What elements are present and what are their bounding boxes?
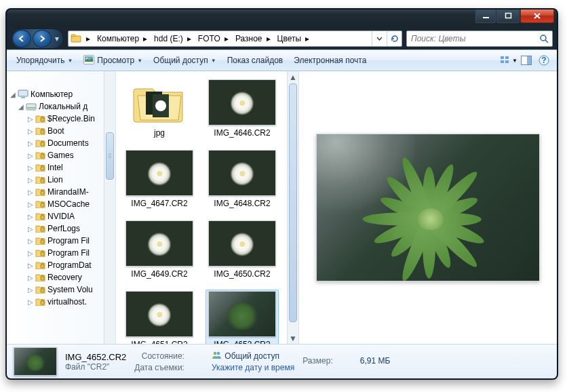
filepane-scrollthumb[interactable] [289,83,297,322]
file-item[interactable]: jpg [123,78,196,139]
address-dropdown[interactable] [372,31,387,46]
nav-row: ▾ ▸Компьютер▸hdd (E:)▸FOTO▸Разное▸Цветы▸ [7,28,557,50]
nav-pane: ◢Компьютер◢Локальный д▷$Recycle.Bin▷Boot… [7,71,116,344]
details-pane: IMG_4652.CR2 Файл "CR2" Состояние: Общий… [7,344,557,378]
file-item[interactable]: IMG_4646.CR2 [206,78,279,139]
tree-item[interactable]: ▷Boot [7,125,115,137]
navpane-scrollbar[interactable] [104,71,115,344]
close-button[interactable] [520,9,554,23]
breadcrumb-item[interactable]: hdd (E:) [150,31,184,46]
breadcrumb-item[interactable]: Разное [231,31,264,46]
breadcrumb-item[interactable]: FOTO [194,31,222,46]
status-date-value[interactable]: Укажите дату и время [212,363,294,372]
svg-rect-24 [41,155,44,158]
svg-rect-32 [41,252,44,256]
tree-item[interactable]: ▷Lion [7,174,115,186]
address-refresh-button[interactable] [387,31,402,46]
tree-item[interactable]: ▷System Volu [7,283,115,296]
share-menu[interactable]: Общий доступ▼ [148,52,222,68]
file-item[interactable]: IMG_4650.CR2 [206,219,279,280]
maximize-button[interactable] [496,9,520,23]
preview-pane-button[interactable] [517,52,535,68]
file-item[interactable]: IMG_4652.CR2 [206,290,279,344]
folder-icon [35,286,45,294]
tree-computer[interactable]: ◢Компьютер [7,88,115,100]
email-button[interactable]: Электронная почта [288,52,372,68]
image-thumbnail [125,220,193,267]
svg-rect-10 [505,56,509,59]
filepane-scrollbar[interactable]: ▲ ▼ [287,71,298,344]
svg-rect-17 [18,90,28,96]
history-dropdown[interactable]: ▾ [52,30,62,47]
forward-button[interactable] [33,30,52,47]
breadcrumb-chevron[interactable]: ▸ [264,34,273,43]
file-item[interactable]: IMG_4647.CR2 [123,149,196,210]
svg-rect-34 [41,277,44,280]
back-button[interactable] [12,30,31,47]
svg-rect-25 [41,167,44,170]
breadcrumb-item[interactable]: Цветы [273,31,303,46]
tree-item[interactable]: ▷ProgramDat [7,259,115,271]
folder-icon [125,79,193,125]
breadcrumb: ▸Компьютер▸hdd (E:)▸FOTO▸Разное▸Цветы▸ [83,31,372,46]
svg-rect-23 [41,142,44,146]
svg-point-8 [86,57,88,59]
breadcrumb-chevron[interactable]: ▸ [83,34,93,43]
search-input[interactable] [407,34,536,43]
folder-icon [35,298,45,306]
minimize-button[interactable] [475,9,496,23]
share-label: Общий доступ [153,56,208,65]
svg-rect-36 [41,301,44,305]
navpane-scrollthumb[interactable] [106,132,114,180]
help-button[interactable]: ? [535,52,553,68]
folder-icon [35,224,45,233]
svg-rect-12 [505,60,509,63]
file-item[interactable]: IMG_4649.CR2 [123,219,196,280]
svg-rect-20 [27,107,35,109]
breadcrumb-chevron[interactable]: ▸ [184,34,194,43]
scroll-up-button[interactable]: ▲ [288,71,298,83]
tree-item[interactable]: ▷MirandaIM- [7,186,115,198]
tree-item[interactable]: ▷PerfLogs [7,222,115,235]
folder-icon [35,237,45,245]
scroll-down-button[interactable]: ▼ [288,332,298,344]
email-label: Электронная почта [294,56,366,65]
tree-item[interactable]: ▷Program Fil [7,247,115,259]
preview-menu[interactable]: Просмотр▼ [78,52,148,68]
tree-item[interactable]: ▷Program Fil [7,235,115,247]
tree-item[interactable]: ▷Documents [7,137,115,149]
breadcrumb-chevron[interactable]: ▸ [222,34,231,43]
file-name: IMG_4646.CR2 [214,128,270,138]
tree-item[interactable]: ▷$Recycle.Bin [7,113,115,125]
folder-icon [35,163,45,172]
folder-icon [35,139,45,147]
search-icon[interactable] [536,34,552,43]
svg-rect-27 [41,191,44,195]
folder-icon [35,212,45,220]
titlebar [7,9,557,28]
status-state-value: Общий доступ [224,351,279,361]
nav-buttons: ▾ [11,28,64,49]
address-bar[interactable]: ▸Компьютер▸hdd (E:)▸FOTO▸Разное▸Цветы▸ [68,31,402,47]
folder-icon [35,151,45,159]
organize-menu[interactable]: Упорядочить▼ [11,52,78,68]
breadcrumb-chevron[interactable]: ▸ [302,34,312,43]
tree-item[interactable]: ▷virtualhost. [7,296,115,308]
breadcrumb-item[interactable]: Компьютер [93,31,140,46]
view-options-button[interactable]: ▼ [500,52,517,68]
disk-icon [26,102,37,111]
slideshow-button[interactable]: Показ слайдов [222,52,289,68]
tree-item[interactable]: ▷MSOCache [7,198,115,210]
tree-item[interactable]: ▷Intel [7,161,115,174]
shared-icon [212,351,222,361]
file-item[interactable]: IMG_4651.CR2 [123,290,196,344]
file-name: IMG_4647.CR2 [131,199,187,208]
tree-item[interactable]: ▷Recovery [7,271,115,283]
file-item[interactable]: IMG_4648.CR2 [206,149,279,210]
tree-item[interactable]: ▷Games [7,149,115,161]
tree-localdisk[interactable]: ◢Локальный д [7,100,115,113]
breadcrumb-chevron[interactable]: ▸ [140,34,150,43]
status-filetype: Файл "CR2" [65,362,126,372]
status-thumbnail [14,347,57,376]
tree-item[interactable]: ▷NVIDIA [7,210,115,222]
